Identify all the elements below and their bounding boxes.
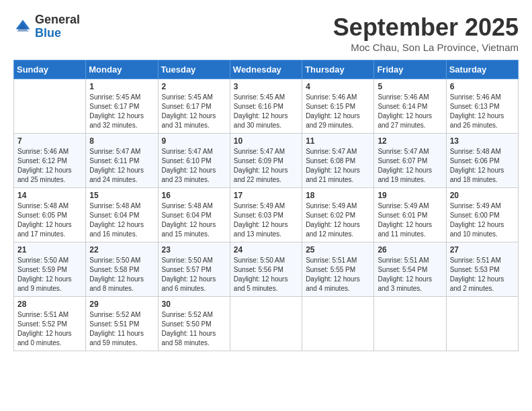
calendar-header-row: SundayMondayTuesdayWednesdayThursdayFrid…: [14, 60, 519, 79]
day-number: 14: [17, 191, 82, 200]
day-number: 28: [17, 300, 82, 309]
header-wednesday: Wednesday: [230, 60, 302, 79]
calendar-cell: 5Sunrise: 5:46 AM Sunset: 6:14 PM Daylig…: [374, 79, 446, 134]
day-number: 1: [89, 82, 154, 91]
day-content: Sunrise: 5:51 AM Sunset: 5:52 PM Dayligh…: [17, 310, 82, 348]
day-content: Sunrise: 5:51 AM Sunset: 5:55 PM Dayligh…: [306, 256, 370, 293]
day-number: 20: [450, 191, 515, 200]
calendar-week-row: 28Sunrise: 5:51 AM Sunset: 5:52 PM Dayli…: [14, 297, 519, 351]
location: Moc Chau, Son La Province, Vietnam: [333, 42, 519, 53]
logo: General Blue: [13, 13, 80, 40]
header-tuesday: Tuesday: [158, 60, 230, 79]
calendar-cell: 8Sunrise: 5:47 AM Sunset: 6:11 PM Daylig…: [86, 134, 158, 188]
calendar-cell: 3Sunrise: 5:45 AM Sunset: 6:16 PM Daylig…: [230, 79, 302, 134]
day-content: Sunrise: 5:46 AM Sunset: 6:15 PM Dayligh…: [306, 93, 370, 130]
header-friday: Friday: [374, 60, 446, 79]
day-number: 17: [234, 191, 298, 200]
day-content: Sunrise: 5:48 AM Sunset: 6:05 PM Dayligh…: [17, 201, 82, 239]
calendar-week-row: 14Sunrise: 5:48 AM Sunset: 6:05 PM Dayli…: [14, 188, 519, 242]
day-content: Sunrise: 5:49 AM Sunset: 6:03 PM Dayligh…: [234, 201, 298, 239]
calendar-cell: 17Sunrise: 5:49 AM Sunset: 6:03 PM Dayli…: [230, 188, 302, 242]
calendar-cell: 1Sunrise: 5:45 AM Sunset: 6:17 PM Daylig…: [86, 79, 158, 134]
calendar-cell: 28Sunrise: 5:51 AM Sunset: 5:52 PM Dayli…: [14, 297, 86, 351]
calendar-cell: 25Sunrise: 5:51 AM Sunset: 5:55 PM Dayli…: [302, 242, 374, 297]
day-content: Sunrise: 5:51 AM Sunset: 5:53 PM Dayligh…: [450, 256, 515, 293]
day-number: 22: [89, 245, 154, 255]
day-content: Sunrise: 5:47 AM Sunset: 6:07 PM Dayligh…: [378, 147, 442, 185]
day-content: Sunrise: 5:52 AM Sunset: 5:50 PM Dayligh…: [162, 310, 226, 348]
month-title: September 2025: [333, 13, 519, 42]
day-number: 21: [17, 245, 82, 255]
day-content: Sunrise: 5:46 AM Sunset: 6:12 PM Dayligh…: [17, 147, 82, 185]
calendar-cell: 12Sunrise: 5:47 AM Sunset: 6:07 PM Dayli…: [374, 134, 446, 188]
calendar-cell: [302, 297, 374, 351]
day-content: Sunrise: 5:48 AM Sunset: 6:04 PM Dayligh…: [89, 201, 154, 239]
day-number: 29: [89, 300, 154, 309]
day-number: 19: [378, 191, 442, 200]
calendar-cell: 22Sunrise: 5:50 AM Sunset: 5:58 PM Dayli…: [86, 242, 158, 297]
calendar-cell: 30Sunrise: 5:52 AM Sunset: 5:50 PM Dayli…: [158, 297, 230, 351]
calendar-cell: 7Sunrise: 5:46 AM Sunset: 6:12 PM Daylig…: [14, 134, 86, 188]
day-content: Sunrise: 5:48 AM Sunset: 6:04 PM Dayligh…: [162, 201, 226, 239]
day-number: 15: [89, 191, 154, 200]
calendar-cell: 16Sunrise: 5:48 AM Sunset: 6:04 PM Dayli…: [158, 188, 230, 242]
calendar-cell: 13Sunrise: 5:48 AM Sunset: 6:06 PM Dayli…: [446, 134, 518, 188]
calendar-cell: 20Sunrise: 5:49 AM Sunset: 6:00 PM Dayli…: [446, 188, 518, 242]
day-content: Sunrise: 5:47 AM Sunset: 6:10 PM Dayligh…: [162, 147, 226, 185]
calendar-cell: 2Sunrise: 5:45 AM Sunset: 6:17 PM Daylig…: [158, 79, 230, 134]
calendar-cell: [374, 297, 446, 351]
day-number: 26: [378, 245, 442, 255]
calendar-cell: 9Sunrise: 5:47 AM Sunset: 6:10 PM Daylig…: [158, 134, 230, 188]
day-content: Sunrise: 5:49 AM Sunset: 6:02 PM Dayligh…: [306, 201, 370, 239]
day-content: Sunrise: 5:47 AM Sunset: 6:09 PM Dayligh…: [234, 147, 298, 185]
day-number: 24: [234, 245, 298, 255]
day-number: 12: [378, 136, 442, 146]
logo-general-text: General: [35, 13, 80, 26]
calendar-cell: [230, 297, 302, 351]
day-content: Sunrise: 5:48 AM Sunset: 6:06 PM Dayligh…: [450, 147, 515, 185]
day-content: Sunrise: 5:50 AM Sunset: 5:56 PM Dayligh…: [234, 256, 298, 293]
day-number: 6: [450, 82, 515, 91]
day-number: 2: [162, 82, 226, 91]
day-content: Sunrise: 5:47 AM Sunset: 6:11 PM Dayligh…: [89, 147, 154, 185]
day-number: 23: [162, 245, 226, 255]
day-number: 16: [162, 191, 226, 200]
calendar-cell: 26Sunrise: 5:51 AM Sunset: 5:54 PM Dayli…: [374, 242, 446, 297]
day-content: Sunrise: 5:51 AM Sunset: 5:54 PM Dayligh…: [378, 256, 442, 293]
calendar-week-row: 21Sunrise: 5:50 AM Sunset: 5:59 PM Dayli…: [14, 242, 519, 297]
logo-blue-text: Blue: [35, 26, 61, 40]
day-content: Sunrise: 5:49 AM Sunset: 6:00 PM Dayligh…: [450, 201, 515, 239]
day-content: Sunrise: 5:45 AM Sunset: 6:17 PM Dayligh…: [162, 93, 226, 130]
calendar-table: SundayMondayTuesdayWednesdayThursdayFrid…: [13, 60, 519, 351]
calendar-cell: [14, 79, 86, 134]
calendar-cell: 11Sunrise: 5:47 AM Sunset: 6:08 PM Dayli…: [302, 134, 374, 188]
day-number: 7: [17, 136, 82, 146]
calendar-cell: 15Sunrise: 5:48 AM Sunset: 6:04 PM Dayli…: [86, 188, 158, 242]
day-number: 10: [234, 136, 298, 146]
day-number: 11: [306, 136, 370, 146]
day-content: Sunrise: 5:52 AM Sunset: 5:51 PM Dayligh…: [89, 310, 154, 348]
page-header: General Blue September 2025 Moc Chau, So…: [13, 13, 519, 53]
header-monday: Monday: [86, 60, 158, 79]
day-number: 18: [306, 191, 370, 200]
calendar-week-row: 1Sunrise: 5:45 AM Sunset: 6:17 PM Daylig…: [14, 79, 519, 134]
day-number: 25: [306, 245, 370, 255]
day-number: 4: [306, 82, 370, 91]
day-number: 13: [450, 136, 515, 146]
calendar-cell: 27Sunrise: 5:51 AM Sunset: 5:53 PM Dayli…: [446, 242, 518, 297]
calendar-cell: 6Sunrise: 5:46 AM Sunset: 6:13 PM Daylig…: [446, 79, 518, 134]
day-content: Sunrise: 5:46 AM Sunset: 6:13 PM Dayligh…: [450, 93, 515, 130]
calendar-cell: 24Sunrise: 5:50 AM Sunset: 5:56 PM Dayli…: [230, 242, 302, 297]
calendar-cell: 21Sunrise: 5:50 AM Sunset: 5:59 PM Dayli…: [14, 242, 86, 297]
day-number: 8: [89, 136, 154, 146]
day-content: Sunrise: 5:45 AM Sunset: 6:17 PM Dayligh…: [89, 93, 154, 130]
day-content: Sunrise: 5:50 AM Sunset: 5:57 PM Dayligh…: [162, 256, 226, 293]
day-content: Sunrise: 5:50 AM Sunset: 5:59 PM Dayligh…: [17, 256, 82, 293]
title-block: September 2025 Moc Chau, Son La Province…: [333, 13, 519, 53]
calendar-cell: 29Sunrise: 5:52 AM Sunset: 5:51 PM Dayli…: [86, 297, 158, 351]
calendar-cell: 10Sunrise: 5:47 AM Sunset: 6:09 PM Dayli…: [230, 134, 302, 188]
calendar-cell: 4Sunrise: 5:46 AM Sunset: 6:15 PM Daylig…: [302, 79, 374, 134]
day-number: 3: [234, 82, 298, 91]
calendar-cell: 19Sunrise: 5:49 AM Sunset: 6:01 PM Dayli…: [374, 188, 446, 242]
day-content: Sunrise: 5:50 AM Sunset: 5:58 PM Dayligh…: [89, 256, 154, 293]
